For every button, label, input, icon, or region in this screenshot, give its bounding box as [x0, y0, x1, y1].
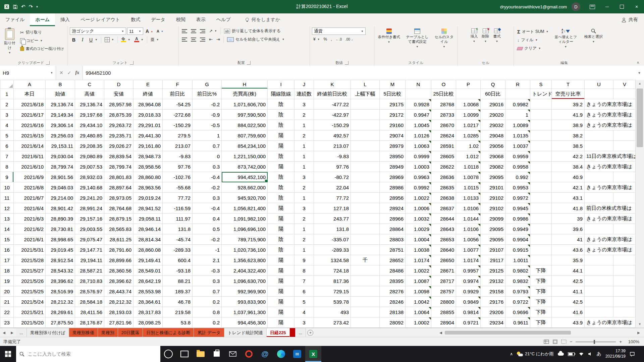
cell-P14[interactable]: 1.0106 — [456, 224, 481, 234]
cell-M6[interactable]: 28979 — [380, 141, 406, 151]
cell-P16[interactable]: 1.0077 — [456, 245, 481, 255]
tell-me-box[interactable]: 何をしますか — [245, 17, 280, 23]
cell-N9[interactable]: 0.9963 — [406, 172, 431, 182]
cell-Q14[interactable]: 29095 — [481, 224, 505, 234]
cell-Q9[interactable]: 29095 — [481, 172, 505, 182]
cell-T13[interactable]: 39 — [552, 214, 585, 224]
cell-D15[interactable]: 28,611.25 — [104, 234, 133, 245]
increase-font-button[interactable]: A▲ — [144, 28, 154, 35]
redo-icon[interactable]: ↷ — [29, 4, 33, 10]
cell-P1[interactable] — [456, 89, 481, 99]
cell-C11[interactable]: 29,241.20 — [75, 193, 104, 203]
hscroll-right-icon[interactable]: ▶ — [635, 331, 642, 335]
col-header-C[interactable]: C — [75, 80, 104, 89]
col-header-A[interactable]: A — [14, 80, 46, 89]
weather-widget[interactable]: 21°C にわか雨 — [517, 351, 554, 357]
cell-T8[interactable]: 38.4 — [552, 162, 585, 172]
cell-P17[interactable]: 1.0174 — [456, 255, 481, 265]
action-center-icon[interactable] — [630, 352, 635, 356]
cell-H7[interactable]: 1,221,150,000 — [222, 151, 268, 162]
cell-P18[interactable]: 0.9957 — [456, 265, 481, 276]
cell-D16[interactable]: 28,791.60 — [104, 245, 133, 255]
cell-I3[interactable]: 陰 — [268, 110, 294, 120]
col-header-I[interactable]: I — [268, 80, 294, 89]
cell-S10[interactable] — [530, 182, 552, 193]
cell-P3[interactable]: 1.0099 — [456, 110, 481, 120]
cell-M10[interactable]: 28986 — [380, 182, 406, 193]
cell-V17[interactable] — [613, 255, 636, 265]
normal-view-icon[interactable] — [544, 340, 549, 344]
cell-E20[interactable]: 28,553.98 — [133, 286, 163, 297]
undo-icon[interactable]: ↶ — [21, 4, 25, 10]
vertical-scrollbar[interactable]: ▲ ▼ — [635, 80, 644, 328]
cell-A6[interactable]: 2021/6/14 — [14, 141, 46, 151]
cell-M5[interactable]: 29074 — [380, 130, 406, 141]
cell-S6[interactable] — [530, 141, 552, 151]
cell-L23[interactable] — [351, 317, 380, 328]
cell-S22[interactable]: 下降 — [530, 307, 552, 317]
row-header-1[interactable]: 1 — [0, 89, 14, 99]
collapse-ribbon-icon[interactable]: ∧ — [637, 60, 639, 65]
align-bottom-button[interactable] — [199, 28, 207, 34]
decrease-indent-button[interactable]: ⇤ — [208, 36, 214, 43]
cell-J10[interactable]: 2 — [294, 182, 314, 193]
number-dialog-launcher-icon[interactable] — [345, 61, 348, 65]
cell-G4[interactable]: -0.5 — [193, 120, 222, 130]
cell-O23[interactable]: 28904 — [431, 317, 456, 328]
cell-D21[interactable]: 28,212.32 — [104, 297, 133, 307]
cell-O17[interactable]: 28650 — [431, 255, 456, 265]
cell-T23[interactable]: 43.9 — [552, 317, 585, 328]
cell-Q2[interactable]: 29016 — [481, 99, 505, 110]
cell-E2[interactable]: 28,964.08 — [133, 99, 163, 110]
col-header-T[interactable]: T — [552, 80, 585, 89]
cell-K22[interactable]: 493 — [314, 307, 351, 317]
cell-K20[interactable]: 729.15 — [314, 286, 351, 297]
cell-E11[interactable]: 29,019.24 — [133, 193, 163, 203]
cell-H14[interactable]: 1,096,696,100 — [222, 224, 268, 234]
cell-P10[interactable]: 1.0115 — [456, 182, 481, 193]
cell-K23[interactable]: 273.42 — [314, 317, 351, 328]
cell-U15[interactable]: きょうの東京市場は — [585, 234, 636, 245]
select-all-corner[interactable] — [0, 80, 14, 89]
cell-I19[interactable]: 陽 — [268, 276, 294, 286]
align-right-button[interactable] — [199, 37, 207, 42]
cell-H6[interactable]: 854,234,100 — [222, 141, 268, 151]
row-header-19[interactable]: 19 — [0, 276, 14, 286]
cell-G1[interactable]: 前日比% — [193, 89, 222, 99]
ribbon-tab-ファイル[interactable]: ファイル — [0, 13, 30, 26]
ribbon-tab-挿入[interactable]: 挿入 — [55, 13, 75, 26]
cell-T10[interactable]: 42.1 — [552, 182, 585, 193]
cell-Q5[interactable]: 29048 — [481, 130, 505, 141]
cell-O11[interactable]: 28638 — [431, 193, 456, 203]
cell-G19[interactable]: 0.3 — [193, 276, 222, 286]
cell-D6[interactable]: 29,026.27 — [104, 141, 133, 151]
cell-L21[interactable] — [351, 297, 380, 307]
cell-V6[interactable] — [613, 141, 636, 151]
cell-N18[interactable]: 1.0022 — [406, 265, 431, 276]
cell-T15[interactable]: 41 — [552, 234, 585, 245]
cell-H15[interactable]: 789,715,900 — [222, 234, 268, 245]
cell-B14[interactable]: 28,730.81 — [46, 224, 75, 234]
cell-F10[interactable]: -55.68 — [163, 182, 193, 193]
cell-H17[interactable]: 1,356,623,800 — [222, 255, 268, 265]
cell-D22[interactable]: 28,193.03 — [104, 307, 133, 317]
formula-bar-expand-icon[interactable]: ▼ — [635, 66, 644, 80]
cell-S23[interactable]: 下降 — [530, 317, 552, 328]
cell-K7[interactable]: -9.83 — [314, 151, 351, 162]
cell-F4[interactable]: -150.29 — [163, 120, 193, 130]
cell-K8[interactable]: 97.76 — [314, 162, 351, 172]
cell-I7[interactable]: 陰 — [268, 151, 294, 162]
cell-N20[interactable]: 1.0098 — [406, 286, 431, 297]
cell-C12[interactable]: 28,991.24 — [75, 203, 104, 214]
cell-L13[interactable] — [351, 214, 380, 224]
cell-K21[interactable]: 539.78 — [314, 297, 351, 307]
cell-G15[interactable]: -0.2 — [193, 234, 222, 245]
cell-H8[interactable]: 873,742,000 — [222, 162, 268, 172]
formula-input[interactable]: 994452100 — [83, 66, 635, 80]
cell-K16[interactable]: -289.33 — [314, 245, 351, 255]
cell-E5[interactable]: 29,441.30 — [133, 130, 163, 141]
cell-R18[interactable]: 0.9802 — [505, 265, 530, 276]
cell-I13[interactable]: 陽 — [268, 214, 294, 224]
cell-A3[interactable]: 2021/6/17 — [14, 110, 46, 120]
row-header-5[interactable]: 5 — [0, 130, 14, 141]
